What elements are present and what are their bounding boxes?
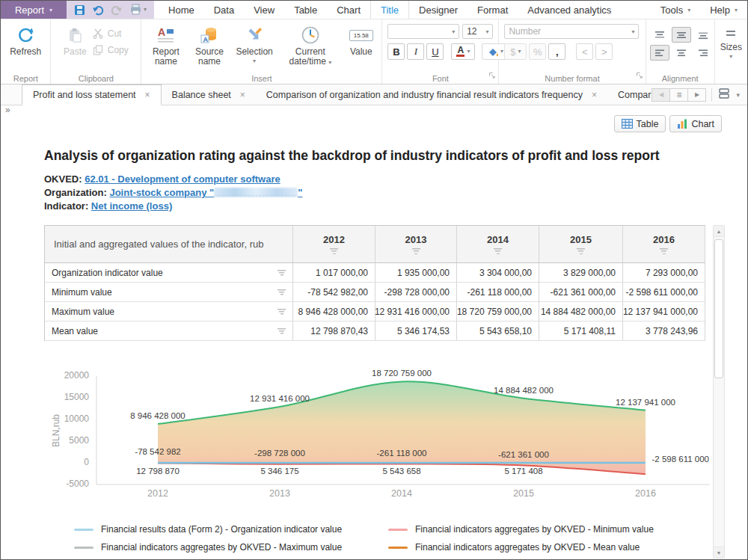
tools-menu[interactable]: Tools▾ bbox=[651, 1, 700, 19]
indicator-link[interactable]: Net income (loss) bbox=[91, 200, 172, 212]
scroll-tabs-left-button[interactable]: ◀ bbox=[652, 88, 670, 102]
scroll-up-button[interactable]: ▲ bbox=[714, 226, 724, 237]
increase-decimal-button[interactable]: > bbox=[595, 43, 613, 60]
table-cell[interactable]: -78 542 982,00 bbox=[293, 283, 375, 302]
undo-icon[interactable] bbox=[92, 4, 104, 16]
font-color-button[interactable]: A ▾ bbox=[451, 43, 475, 60]
value-button[interactable]: 15.58 Value bbox=[343, 22, 379, 73]
tab-view[interactable]: View bbox=[244, 1, 284, 19]
save-icon[interactable] bbox=[74, 4, 85, 16]
tab-chart[interactable]: Chart bbox=[327, 1, 370, 19]
row-header-organization-value[interactable]: Organization indicator value bbox=[45, 263, 293, 283]
tab-format[interactable]: Format bbox=[468, 1, 518, 19]
current-datetime-button[interactable]: Current date/time ▾ bbox=[278, 22, 343, 73]
dialog-launcher-icon[interactable] bbox=[488, 69, 496, 82]
help-menu[interactable]: Help▾ bbox=[700, 1, 747, 19]
report-name-button[interactable]: A Report name bbox=[144, 22, 188, 73]
cut-button[interactable]: Cut bbox=[93, 28, 129, 39]
tab-table[interactable]: Table bbox=[284, 1, 327, 19]
print-icon[interactable]: ▾ bbox=[129, 4, 147, 16]
table-cell[interactable]: 14 884 482 000,00 bbox=[539, 302, 623, 321]
align-bottom-button[interactable] bbox=[693, 27, 713, 43]
filter-icon[interactable] bbox=[278, 309, 286, 315]
align-center-button[interactable] bbox=[672, 45, 691, 61]
currency-format-button[interactable]: $▾ bbox=[504, 43, 527, 60]
table-cell[interactable]: 7 293 000,00 bbox=[623, 263, 705, 283]
filter-icon[interactable] bbox=[278, 289, 286, 295]
filter-icon[interactable] bbox=[278, 328, 286, 334]
tab-title[interactable]: Title bbox=[370, 1, 409, 19]
table-cell[interactable]: 8 946 428 000,00 bbox=[293, 302, 375, 321]
scrollbar-thumb[interactable] bbox=[714, 239, 723, 378]
bold-button[interactable]: B bbox=[387, 43, 405, 60]
align-top-button[interactable] bbox=[650, 27, 669, 43]
align-right-button[interactable] bbox=[693, 45, 713, 61]
close-tab-icon[interactable]: × bbox=[592, 90, 597, 100]
table-cell[interactable]: 5 346 174,53 bbox=[375, 321, 457, 341]
tab-list-button[interactable]: ≡ bbox=[669, 88, 688, 102]
font-size-select[interactable]: 12▾ bbox=[462, 24, 493, 39]
table-corner-header[interactable]: Initial and aggregated values of the ind… bbox=[45, 226, 293, 263]
number-format-select[interactable]: Number▾ bbox=[504, 24, 639, 39]
refresh-button[interactable]: Refresh bbox=[7, 22, 44, 73]
table-cell[interactable]: 12 798 870,43 bbox=[293, 321, 375, 341]
paste-button[interactable]: Paste bbox=[61, 22, 90, 73]
table-view-button[interactable]: Table bbox=[614, 115, 666, 132]
italic-button[interactable]: I bbox=[407, 43, 424, 60]
chevron-down-icon[interactable]: ▾ bbox=[736, 92, 740, 98]
table-cell[interactable]: 1 017 000,00 bbox=[293, 263, 375, 283]
tab-data[interactable]: Data bbox=[204, 1, 244, 19]
scroll-tabs-right-button[interactable]: ▶ bbox=[687, 88, 706, 102]
scroll-down-button[interactable]: ▼ bbox=[714, 547, 724, 558]
source-name-button[interactable]: A Source name bbox=[188, 22, 230, 73]
table-cell[interactable]: 12 931 416 000,00 bbox=[375, 302, 457, 321]
percent-format-button[interactable]: % bbox=[529, 43, 546, 60]
sizes-button[interactable]: Sizes ▾ bbox=[717, 22, 745, 73]
table-cell[interactable]: -298 728 000,00 bbox=[375, 283, 457, 302]
font-family-select[interactable]: ▾ bbox=[387, 24, 459, 39]
filter-icon[interactable] bbox=[278, 270, 286, 276]
table-cell[interactable]: 12 137 941 000,00 bbox=[623, 302, 705, 321]
table-cell[interactable]: 1 935 000,00 bbox=[375, 263, 457, 283]
okved-link[interactable]: 62.01 - Development of computer software bbox=[85, 173, 280, 185]
doc-tab-balance-sheet[interactable]: Balance sheet × bbox=[162, 84, 256, 105]
filter-icon[interactable] bbox=[494, 248, 502, 254]
column-header-2016[interactable]: 2016 bbox=[623, 226, 705, 263]
selection-button[interactable]: Selection ▾ bbox=[231, 22, 278, 73]
redo-icon[interactable] bbox=[111, 4, 123, 16]
tab-advanced-analytics[interactable]: Advanced analytics bbox=[518, 1, 621, 19]
copy-button[interactable]: Copy bbox=[93, 45, 129, 55]
row-header-minimum-value[interactable]: Minimum value bbox=[45, 283, 293, 302]
table-cell[interactable]: 3 829 000,00 bbox=[539, 263, 623, 283]
close-tab-icon[interactable]: × bbox=[145, 90, 150, 100]
doc-tab-profit-loss[interactable]: Profit and loss statement × bbox=[22, 84, 162, 105]
table-cell[interactable]: 5 171 408,11 bbox=[539, 321, 623, 341]
table-cell[interactable]: -261 118 000,00 bbox=[457, 283, 539, 302]
column-header-2014[interactable]: 2014 bbox=[457, 226, 539, 263]
filter-icon[interactable] bbox=[330, 248, 338, 254]
tab-home[interactable]: Home bbox=[159, 1, 204, 19]
close-tab-icon[interactable]: × bbox=[240, 90, 245, 100]
table-cell[interactable]: 3 304 000,00 bbox=[457, 263, 539, 283]
column-header-2012[interactable]: 2012 bbox=[293, 226, 375, 263]
table-cell[interactable]: 18 720 759 000,00 bbox=[457, 302, 539, 321]
thousands-separator-button[interactable]: , bbox=[548, 43, 565, 60]
expand-panel-icon[interactable]: » bbox=[5, 105, 10, 115]
table-cell[interactable]: 5 543 658,10 bbox=[457, 321, 539, 341]
doc-tab-comparison-truncated[interactable]: Comparis bbox=[607, 84, 652, 105]
column-header-2013[interactable]: 2013 bbox=[375, 226, 457, 263]
align-left-button[interactable] bbox=[650, 45, 669, 61]
report-menu-button[interactable]: Report ▾ bbox=[1, 1, 67, 19]
table-cell[interactable]: 3 778 243,96 bbox=[623, 321, 705, 341]
filter-icon[interactable] bbox=[412, 248, 420, 254]
column-header-2015[interactable]: 2015 bbox=[539, 226, 623, 263]
filter-icon[interactable] bbox=[660, 248, 668, 254]
organization-link[interactable]: Joint-stock company "" bbox=[109, 187, 302, 198]
table-cell[interactable]: -621 361 000,00 bbox=[539, 283, 623, 302]
doc-tab-comparison-frequency[interactable]: Comparison of organization and industry … bbox=[256, 84, 607, 105]
dialog-launcher-icon[interactable] bbox=[636, 69, 643, 82]
row-header-maximum-value[interactable]: Maximum value bbox=[45, 302, 293, 321]
align-middle-button[interactable] bbox=[672, 27, 691, 43]
vertical-scrollbar[interactable]: ▲ ▼ bbox=[713, 225, 725, 559]
tab-designer[interactable]: Designer bbox=[409, 1, 468, 19]
